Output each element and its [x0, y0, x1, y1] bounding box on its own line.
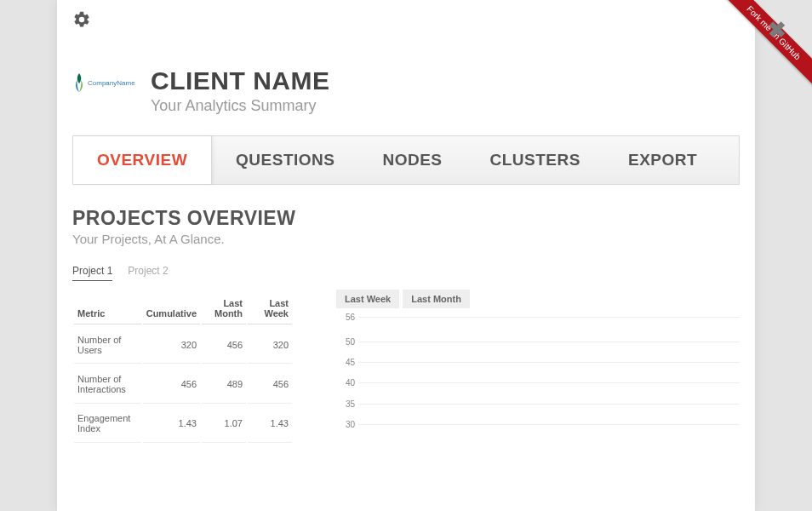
metric-last-month: 456 [202, 326, 246, 364]
metric-last-week: 456 [248, 365, 292, 403]
metric-name: Number of Users [74, 326, 141, 364]
content-row: Metric Cumulative Last Month Last Week N… [72, 288, 740, 445]
table-row: Engagement Index 1.43 1.07 1.43 [74, 405, 292, 443]
github-fork-ribbon[interactable]: Fork me on GitHub [710, 0, 812, 102]
y-tick: 45 [336, 358, 355, 367]
app-container: CompanyName CLIENT NAME Your Analytics S… [57, 0, 755, 511]
y-tick: 56 [336, 313, 355, 322]
page-subtitle: Your Analytics Summary [151, 97, 330, 115]
section-title: PROJECTS OVERVIEW [72, 207, 740, 230]
y-tick: 30 [336, 419, 355, 428]
metric-cumulative: 320 [143, 326, 200, 364]
close-icon[interactable]: ✖ [768, 17, 786, 43]
table-header-row: Metric Cumulative Last Month Last Week [74, 290, 292, 324]
tab-overview[interactable]: OVERVIEW [73, 136, 212, 184]
metric-cumulative: 1.43 [143, 405, 200, 443]
chart-panel: Last Week Last Month 303540455056 [336, 288, 740, 445]
logo-text: CompanyName [88, 79, 135, 87]
col-last-week: Last Week [248, 290, 292, 324]
col-metric: Metric [74, 290, 141, 324]
toggle-last-month[interactable]: Last Month [403, 290, 470, 308]
company-logo: CompanyName [72, 72, 140, 99]
chart-bars [358, 317, 740, 445]
main-tabs: OVERVIEW QUESTIONS NODES CLUSTERS EXPORT [72, 135, 740, 185]
project-tabs: Project 1 Project 2 [72, 265, 740, 281]
tab-clusters[interactable]: CLUSTERS [466, 136, 604, 184]
gear-icon[interactable] [72, 10, 91, 32]
toolbar [72, 7, 740, 36]
project-tab-2[interactable]: Project 2 [128, 265, 168, 281]
y-tick: 50 [336, 337, 355, 347]
metric-last-week: 1.43 [248, 405, 292, 443]
client-name: CLIENT NAME [151, 66, 330, 95]
tab-export[interactable]: EXPORT [604, 136, 721, 184]
y-tick: 40 [336, 378, 355, 388]
metric-cumulative: 456 [143, 365, 200, 403]
bar-chart: 303540455056 [336, 317, 740, 445]
project-tab-1[interactable]: Project 1 [72, 265, 112, 281]
metric-last-week: 320 [248, 326, 292, 364]
metric-last-month: 1.07 [202, 405, 246, 443]
metric-name: Number of Interactions [74, 365, 141, 403]
table-row: Number of Users 320 456 320 [74, 326, 292, 364]
page-header: CompanyName CLIENT NAME Your Analytics S… [72, 66, 740, 115]
metrics-table: Metric Cumulative Last Month Last Week N… [72, 288, 294, 445]
metric-name: Engagement Index [74, 405, 141, 443]
tab-questions[interactable]: QUESTIONS [212, 136, 358, 184]
metric-last-month: 489 [202, 365, 246, 403]
table-row: Number of Interactions 456 489 456 [74, 365, 292, 403]
ribbon-label: Fork me on GitHub [716, 0, 812, 90]
toggle-last-week[interactable]: Last Week [336, 290, 399, 308]
chart-toggles: Last Week Last Month [336, 290, 740, 308]
tab-nodes[interactable]: NODES [358, 136, 466, 184]
col-cumulative: Cumulative [143, 290, 200, 324]
section-subtitle: Your Projects, At A Glance. [72, 232, 740, 246]
col-last-month: Last Month [202, 290, 246, 324]
y-tick: 35 [336, 399, 355, 408]
title-block: CLIENT NAME Your Analytics Summary [151, 66, 330, 115]
